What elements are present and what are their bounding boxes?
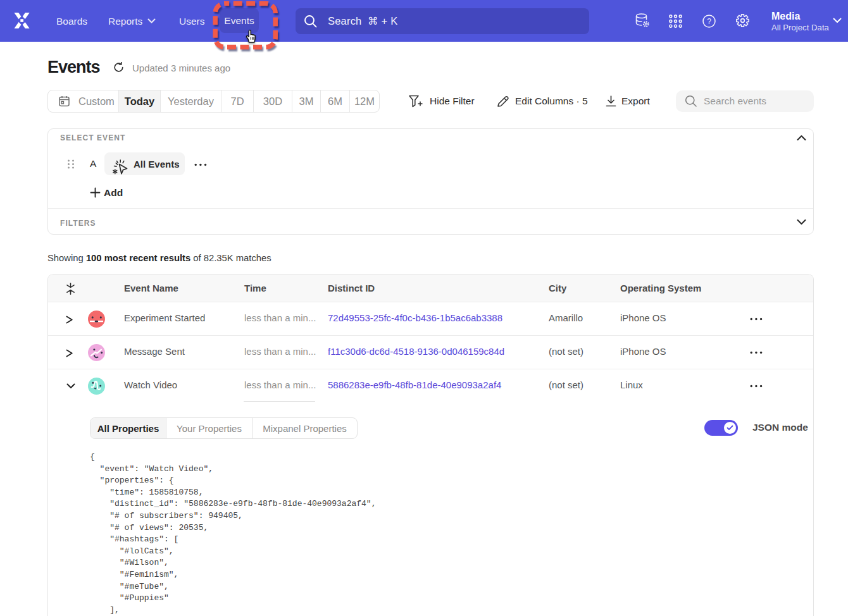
svg-text:?: ?: [707, 17, 711, 26]
